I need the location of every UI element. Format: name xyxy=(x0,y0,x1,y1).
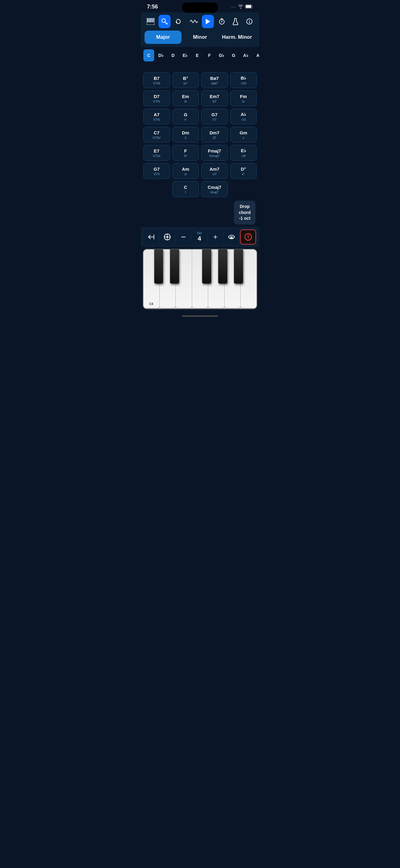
chord-A7[interactable]: A7 V7/ii xyxy=(143,108,170,124)
note-Gb[interactable]: G♭ xyxy=(216,49,227,61)
key-button[interactable] xyxy=(159,15,171,28)
piano-key-Fs4[interactable] xyxy=(202,249,211,284)
chord-G7-2[interactable]: G7 V7/I xyxy=(143,163,170,179)
chord-F[interactable]: F IV xyxy=(172,145,199,161)
arrow-left-button[interactable] xyxy=(144,229,159,245)
octave-display: Oct 4 xyxy=(192,229,207,245)
info-button[interactable] xyxy=(243,15,255,28)
chord-E7[interactable]: E7 V7/vi xyxy=(143,145,170,161)
chord-Ddim[interactable]: D° ii° xyxy=(230,163,257,179)
chord-empty-2 xyxy=(230,181,257,197)
oct-label: Oct xyxy=(197,232,202,235)
scale-btn-minor[interactable]: Minor xyxy=(181,31,219,44)
chord-Em7[interactable]: Em7 iii7 xyxy=(201,91,228,106)
chord-Bhalfdim7[interactable]: Bø7 viiø7 xyxy=(201,72,228,88)
chord-D7[interactable]: D7 V7/V xyxy=(143,91,170,106)
svg-rect-9 xyxy=(149,18,150,21)
main-toolbar xyxy=(141,12,259,31)
chord-Am[interactable]: Am vi xyxy=(172,163,199,179)
lab-button[interactable] xyxy=(230,15,242,28)
note-Ab[interactable]: A♭ xyxy=(240,49,251,61)
svg-point-34 xyxy=(248,238,249,239)
home-indicator xyxy=(141,313,259,318)
piano-key-Eb4[interactable] xyxy=(170,249,179,284)
oct-value: 4 xyxy=(198,235,201,242)
dynamic-island xyxy=(182,2,218,13)
piano-keys-button[interactable] xyxy=(145,15,157,28)
voice-button[interactable] xyxy=(224,229,239,245)
chord-empty-1 xyxy=(143,181,170,197)
chord-Fm[interactable]: Fm iv xyxy=(230,91,257,106)
svg-rect-10 xyxy=(152,18,153,21)
undo-button[interactable] xyxy=(172,15,184,28)
timer-button[interactable] xyxy=(216,15,228,28)
svg-point-31 xyxy=(230,237,233,239)
signal-dots: ···· xyxy=(231,5,236,9)
svg-point-18 xyxy=(221,22,222,22)
scale-selector: Major Minor Harm. Minor xyxy=(141,31,259,47)
alert-button[interactable] xyxy=(240,229,256,245)
chord-grid: B7 V7/iii B° vii° Bø7 viiø7 B♭ ♭VII D7 V… xyxy=(141,69,259,200)
play-button[interactable] xyxy=(202,15,214,28)
drop-chord-tooltip[interactable]: Drop chord -1 oct xyxy=(234,200,255,224)
note-selector: C D♭ D E♭ E F G♭ G A♭ A B♭ B xyxy=(141,47,259,64)
svg-rect-8 xyxy=(148,18,149,21)
chord-Fmaj7[interactable]: Fmaj7 IVmaj7 xyxy=(201,145,228,161)
chord-Cmaj7[interactable]: Cmaj7 Imaj7 xyxy=(201,181,228,197)
bottom-toolbar: − Oct 4 + xyxy=(141,227,259,247)
note-Eb[interactable]: E♭ xyxy=(180,49,191,61)
status-time: 7:56 xyxy=(147,4,158,10)
note-D[interactable]: D xyxy=(168,49,178,61)
svg-point-22 xyxy=(249,20,250,21)
note-A[interactable]: A xyxy=(252,49,259,61)
chord-Dm[interactable]: Dm ii xyxy=(172,127,199,143)
piano-key-Bb4[interactable] xyxy=(234,249,243,284)
chord-C[interactable]: C I xyxy=(172,181,199,197)
battery-icon xyxy=(245,4,253,10)
octave-plus-button[interactable]: + xyxy=(208,229,223,245)
svg-rect-7 xyxy=(153,18,154,22)
piano-key-C4-label: C4 xyxy=(149,302,153,306)
chord-Bdim[interactable]: B° vii° xyxy=(172,72,199,88)
plus-icon: + xyxy=(213,233,218,241)
chord-Dm7[interactable]: Dm7 ii7 xyxy=(201,127,228,143)
drop-chord-line1: Drop xyxy=(240,204,250,209)
octave-minus-button[interactable]: − xyxy=(176,229,191,245)
chord-Ab[interactable]: A♭ ♭VI xyxy=(230,108,257,124)
piano-key-Cs4[interactable] xyxy=(154,249,163,284)
status-icons: ···· xyxy=(231,4,253,10)
chord-Bb[interactable]: B♭ ♭VII xyxy=(230,72,257,88)
piano-key-Ab4[interactable] xyxy=(218,249,227,284)
chord-Eb[interactable]: E♭ ♭III xyxy=(230,145,257,161)
note-E[interactable]: E xyxy=(192,49,203,61)
chord-Am7[interactable]: Am7 vi7 xyxy=(201,163,228,179)
svg-rect-1 xyxy=(246,5,251,8)
note-Db[interactable]: D♭ xyxy=(155,49,166,61)
minus-icon: − xyxy=(181,232,186,242)
note-C[interactable]: C xyxy=(143,49,154,61)
note-F[interactable]: F xyxy=(204,49,215,61)
drop-chord-line3: -1 oct xyxy=(239,216,250,221)
wifi-icon xyxy=(238,4,243,10)
chord-C7[interactable]: C7 V7/IV xyxy=(143,127,170,143)
chord-Gm[interactable]: Gm v xyxy=(230,127,257,143)
chord-G[interactable]: G V xyxy=(172,108,199,124)
note-G[interactable]: G xyxy=(228,49,239,61)
scale-btn-major[interactable]: Major xyxy=(145,31,181,44)
scale-btn-harm-minor[interactable]: Harm. Minor xyxy=(219,31,255,44)
chord-Em[interactable]: Em iii xyxy=(172,91,199,106)
wave-button[interactable] xyxy=(188,15,200,28)
home-bar xyxy=(182,315,218,317)
piano-key-B4[interactable] xyxy=(240,249,257,309)
status-bar: 7:56 ···· xyxy=(141,0,259,12)
anchor-button[interactable] xyxy=(160,229,175,245)
drop-chord-container: Drop chord -1 oct xyxy=(141,200,259,227)
svg-point-26 xyxy=(166,236,168,238)
svg-rect-5 xyxy=(150,18,151,22)
drop-chord-line2: chord xyxy=(239,210,251,215)
chord-G7[interactable]: G7 V7 xyxy=(201,108,228,124)
chord-B7[interactable]: B7 V7/iii xyxy=(143,72,170,88)
